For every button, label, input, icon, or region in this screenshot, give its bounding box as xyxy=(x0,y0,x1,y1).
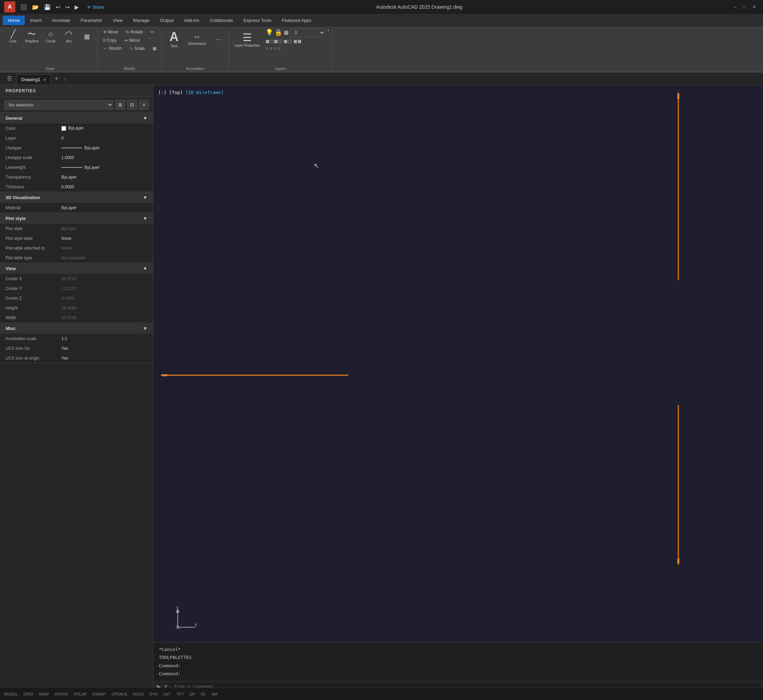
ribbon-layers-inner: ☰ Layer Properties 💡 🔒 ◼ 0 ▼ ◼◻◼◻ xyxy=(231,28,330,72)
prop-row-height: Height 18.6668 xyxy=(0,303,153,313)
viewport-label: [-] [Top] [2D Wireframe] xyxy=(158,90,224,95)
ribbon-btn-text[interactable]: A Text xyxy=(164,28,185,50)
ribbon-btn-scale[interactable]: ⤡ Scale xyxy=(126,45,149,52)
status-grid[interactable]: GRID xyxy=(24,692,33,696)
status-model[interactable]: MODEL xyxy=(4,692,18,696)
menu-bar: Home Insert Annotate Parametric View Man… xyxy=(0,14,763,27)
ribbon-btn-trim[interactable]: ✂ xyxy=(147,28,157,36)
ribbon-annotation-inner: A Text ↔ Dimension ⋯ Annotation xyxy=(164,28,227,72)
layer-dropdown-arrow[interactable]: ▼ xyxy=(326,28,330,37)
plot-style-section-header[interactable]: Plot style ▼ xyxy=(0,213,153,224)
maximize-button[interactable]: □ xyxy=(740,3,748,11)
status-sc[interactable]: SC xyxy=(201,692,206,696)
tab-drawing1[interactable]: Drawing1 × xyxy=(16,74,51,84)
prop-row-center-y: Center Y 11.2227 xyxy=(0,284,153,294)
menu-item-collaborate[interactable]: Collaborate xyxy=(205,16,238,25)
status-osnap[interactable]: OSNAP xyxy=(92,692,106,696)
ribbon-btn-draw-more[interactable]: ▦ xyxy=(78,31,96,42)
props-icon-btn-1[interactable]: ⊞ xyxy=(115,100,125,109)
menu-item-manage[interactable]: Manage xyxy=(128,16,154,25)
hamburger-menu[interactable]: ☰ xyxy=(3,72,16,84)
menu-item-insert[interactable]: Insert xyxy=(25,16,47,25)
menu-item-parametric[interactable]: Parametric xyxy=(75,16,107,25)
arrow-vertical-up xyxy=(677,92,679,287)
prop-row-thickness: Thickness 0.0000 xyxy=(0,182,153,192)
undo-button[interactable]: ↩ xyxy=(54,2,62,12)
general-section: General ▼ Color ByLayer Layer 0 Linetype… xyxy=(0,113,153,192)
prop-row-linetype: Linetype ByLayer xyxy=(0,143,153,153)
ribbon-btn-array[interactable]: ▦ xyxy=(149,45,160,52)
properties-title: PROPERTIES xyxy=(0,85,153,97)
ribbon: ╱ Line 〜 Polyline ○ Circle ◠ Arc ▦ xyxy=(0,27,763,72)
status-otrack[interactable]: OTRACK xyxy=(111,692,127,696)
status-lwt[interactable]: LWT xyxy=(163,692,171,696)
ribbon-draw-group: ╱ Line 〜 Polyline ○ Circle ◠ Arc ▦ xyxy=(3,28,97,72)
ribbon-btn-circle[interactable]: ○ Circle xyxy=(42,28,60,45)
props-icon-btn-2[interactable]: ⊟ xyxy=(127,100,137,109)
save-button[interactable]: 💾 xyxy=(42,2,52,12)
new-button[interactable]: ⬛ xyxy=(19,2,28,12)
menu-item-featuredapps[interactable]: Featured Apps xyxy=(277,16,316,25)
command-input-row: ▶ ▼ xyxy=(153,681,763,688)
ribbon-btn-copy[interactable]: ⎘ Copy xyxy=(100,37,120,44)
svg-marker-5 xyxy=(677,558,679,565)
3d-visualization-section: 3D Visualization ▼ Material ByLayer xyxy=(0,192,153,213)
ribbon-btn-fillet[interactable]: ⌒ xyxy=(144,36,155,44)
ribbon-btn-polyline[interactable]: 〜 Polyline xyxy=(22,28,41,45)
status-dyn[interactable]: DYN xyxy=(149,692,157,696)
general-section-header[interactable]: General ▼ xyxy=(0,113,153,123)
misc-section-header[interactable]: Misc ▼ xyxy=(0,323,153,334)
tab-close-button[interactable]: × xyxy=(43,77,46,83)
color-swatch xyxy=(61,126,66,131)
ribbon-btn-move[interactable]: ✛ Move xyxy=(100,28,122,36)
command-arrow: ▼ xyxy=(164,684,168,688)
layer-select[interactable]: 0 xyxy=(290,28,325,37)
status-ortho[interactable]: ORTHO xyxy=(55,692,69,696)
ribbon-btn-layer-properties[interactable]: ☰ Layer Properties xyxy=(231,30,263,49)
menu-item-expresstools[interactable]: Express Tools xyxy=(239,16,277,25)
app-icon[interactable]: A xyxy=(4,2,15,12)
ribbon-btn-line[interactable]: ╱ Line xyxy=(4,28,22,45)
status-qp[interactable]: QP xyxy=(190,692,195,696)
3d-section-header[interactable]: 3D Visualization ▼ xyxy=(0,192,153,203)
quick-access: ⬛ 📂 💾 ↩ ↪ ▶ xyxy=(19,2,80,12)
status-bar: MODEL GRID SNAP ORTHO POLAR OSNAP OTRACK… xyxy=(0,688,763,700)
command-input[interactable] xyxy=(171,683,760,688)
ribbon-btn-rotate[interactable]: ↻ Rotate xyxy=(122,28,146,36)
menu-item-output[interactable]: Output xyxy=(155,16,179,25)
ribbon-btn-stretch[interactable]: ↔ Stretch xyxy=(100,45,125,52)
redo-button[interactable]: ↪ xyxy=(64,2,71,12)
plot-button[interactable]: ▶ xyxy=(73,2,80,12)
prop-row-annotation-scale: Annotation scale 1:1 xyxy=(0,334,153,344)
share-button[interactable]: ✈ Share xyxy=(84,3,108,11)
view-section: View ▼ Center X 26.5720 Center Y 11.2227… xyxy=(0,263,153,323)
menu-item-addins[interactable]: Add-ins xyxy=(179,16,204,25)
status-snap[interactable]: SNAP xyxy=(39,692,49,696)
menu-item-view[interactable]: View xyxy=(108,16,127,25)
stretch-icon: ↔ xyxy=(103,46,107,51)
ribbon-btn-dimension[interactable]: ↔ Dimension xyxy=(185,32,209,47)
status-ducs[interactable]: DUCS xyxy=(133,692,144,696)
viewport[interactable]: [-] [Top] [2D Wireframe] Y xyxy=(153,85,763,688)
status-am[interactable]: AM xyxy=(212,692,218,696)
share-icon: ✈ xyxy=(87,5,91,10)
minimize-button[interactable]: ─ xyxy=(731,3,739,11)
ribbon-btn-annotation-more[interactable]: ⋯ xyxy=(210,34,227,45)
prop-row-lineweight: Lineweight ByLayer xyxy=(0,162,153,172)
ribbon-btn-mirror[interactable]: ⇔ Mirror xyxy=(121,37,144,44)
copy-icon: ⎘ xyxy=(103,38,106,43)
menu-item-annotate[interactable]: Annotate xyxy=(47,16,75,25)
tab-add-button[interactable]: + xyxy=(51,73,62,84)
ribbon-annotation-group: A Text ↔ Dimension ⋯ Annotation xyxy=(162,28,229,72)
view-section-header[interactable]: View ▼ xyxy=(0,263,153,274)
close-button[interactable]: ✕ xyxy=(750,3,759,11)
status-tpy[interactable]: TPY xyxy=(177,692,184,696)
open-button[interactable]: 📂 xyxy=(31,2,41,12)
move-icon: ✛ xyxy=(103,30,107,34)
object-selector[interactable]: No selection xyxy=(4,100,113,109)
menu-item-home[interactable]: Home xyxy=(3,16,25,25)
rotate-icon: ↻ xyxy=(126,30,129,34)
ribbon-btn-arc[interactable]: ◠ Arc xyxy=(60,28,78,45)
status-polar[interactable]: POLAR xyxy=(74,692,87,696)
props-icon-btn-3[interactable]: ≡ xyxy=(139,100,149,109)
